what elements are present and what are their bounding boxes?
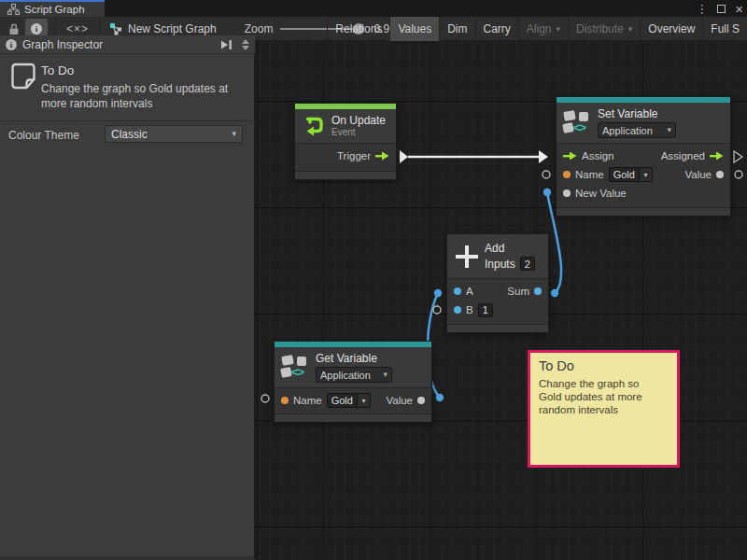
graph-canvas[interactable]: On Update Event Trigger [255, 41, 747, 560]
distribute-dropdown[interactable]: Distribute ▾ [568, 17, 640, 41]
variable-name-dropdown[interactable]: Gold ▾ [609, 167, 653, 182]
chevron-down-icon: ▾ [232, 130, 236, 138]
inputs-label: Inputs [485, 258, 515, 271]
port-indicator-circle [735, 171, 742, 178]
variable-name-dropdown[interactable]: Gold ▾ [327, 393, 371, 408]
node-footer [275, 413, 431, 422]
script-graph-asset-icon [109, 22, 122, 35]
node-header: <> Get Variable Application ▾ [275, 347, 431, 387]
node-ports: A Sum B 1 [447, 278, 548, 324]
chevron-down-icon: ▾ [381, 371, 388, 379]
overview-button[interactable]: Overview [640, 17, 702, 41]
name-port-label: Name [575, 169, 604, 180]
maximize-icon[interactable] [717, 5, 726, 13]
chevron-down-icon: ▾ [665, 126, 671, 134]
note-title: To Do [41, 63, 74, 77]
tab-bar: Script Graph ⋮ × [0, 0, 747, 17]
flow-output-port[interactable] [710, 151, 724, 161]
port-row: Name Gold ▾ Value [275, 391, 431, 410]
node-add[interactable]: Add Inputs 2 A Sum [446, 233, 549, 333]
graph-inspector-title: Graph Inspector [22, 38, 103, 51]
variables-icon: <> [281, 355, 309, 380]
name-input-port[interactable] [563, 171, 571, 178]
port-row: A Sum [447, 282, 548, 301]
flow-input-port[interactable] [563, 151, 577, 161]
align-label: Align [527, 22, 552, 35]
values-label: Values [398, 22, 431, 35]
value-output-port[interactable] [417, 397, 425, 404]
chevron-down-icon: ▾ [628, 25, 633, 34]
node-title: Get Variable [316, 352, 392, 365]
assigned-port-label: Assigned [661, 150, 705, 161]
add-icon [456, 245, 478, 268]
node-get-variable[interactable]: <> Get Variable Application ▾ Name Gold [274, 341, 432, 423]
window-controls: ⋮ × [696, 0, 743, 17]
zoom-label: Zoom [245, 22, 274, 35]
b-input-port[interactable] [454, 306, 461, 314]
info-icon: i [31, 23, 42, 35]
port-indicator-circle [261, 395, 269, 402]
name-port-label: Name [293, 395, 322, 406]
variable-scope-dropdown[interactable]: Application ▾ [598, 122, 676, 138]
trigger-port-label: Trigger [337, 150, 371, 161]
colour-theme-label: Colour Theme [8, 129, 79, 142]
node-on-update[interactable]: On Update Event Trigger [294, 103, 397, 180]
tab-script-graph[interactable]: Script Graph [0, 0, 105, 17]
b-port-label: B [466, 304, 473, 315]
node-footer [447, 324, 548, 332]
carry-button[interactable]: Carry [475, 17, 518, 41]
carry-label: Carry [484, 22, 511, 35]
node-ports: Trigger [295, 143, 396, 171]
chevron-down-icon: ▾ [640, 167, 653, 182]
colour-theme-select[interactable]: Classic ▾ [105, 125, 243, 143]
fullscreen-button[interactable]: Full S [702, 17, 747, 41]
a-port-label: A [466, 286, 473, 297]
a-input-port[interactable] [454, 287, 461, 295]
variable-name-value: Gold [327, 393, 358, 408]
flow-output-port[interactable] [375, 151, 389, 161]
dim-label: Dim [447, 22, 467, 35]
b-value-field[interactable]: 1 [478, 303, 493, 317]
scroll-up-icon[interactable] [242, 39, 249, 44]
sum-output-port[interactable] [534, 287, 542, 295]
variable-scope-dropdown[interactable]: Application ▾ [316, 367, 392, 383]
node-set-variable[interactable]: <> Set Variable Application ▾ Assign [556, 96, 731, 217]
variable-name-value: Gold [609, 167, 640, 182]
sticky-note-title: To Do [539, 358, 669, 373]
dim-button[interactable]: Dim [439, 17, 474, 41]
chevron-down-icon: ▾ [557, 25, 561, 34]
distribute-label: Distribute [576, 22, 624, 35]
inspector-note-section: To Do Change the graph so Gold updates a… [0, 56, 255, 121]
align-dropdown[interactable]: Align ▾ [518, 17, 568, 41]
chevron-down-icon: ▾ [358, 393, 371, 408]
overview-label: Overview [648, 22, 695, 35]
node-ports: Name Gold ▾ Value [275, 387, 431, 413]
node-header: <> Set Variable Application ▾ [557, 103, 730, 143]
port-indicator-triangle [734, 151, 742, 162]
new-value-port-label: New Value [575, 188, 627, 199]
value-port-label: Value [386, 395, 413, 406]
scroll-down-icon[interactable] [242, 46, 249, 50]
values-button[interactable]: Values [389, 17, 439, 41]
more-icon[interactable]: ⋮ [696, 3, 708, 15]
close-icon[interactable]: × [735, 2, 743, 16]
value-output-port[interactable] [716, 171, 724, 178]
port-indicator-circle [433, 306, 441, 314]
connection-endpoint [434, 289, 442, 297]
port-row: New Value [557, 184, 730, 203]
info-icon: i [6, 39, 17, 50]
colour-theme-value: Classic [111, 128, 148, 141]
new-value-input-port[interactable] [563, 189, 571, 197]
update-loop-icon [302, 115, 325, 138]
assign-port-label: Assign [582, 150, 614, 161]
dock-panel-icon[interactable] [220, 39, 233, 50]
panel-scroll-arrows [242, 39, 249, 50]
script-graph-window: Script Graph ⋮ × i <×> [0, 0, 747, 560]
relations-button[interactable]: Relations [327, 17, 389, 41]
node-header: On Update Event [295, 109, 396, 143]
inputs-count-field[interactable]: 2 [520, 257, 535, 271]
name-input-port[interactable] [281, 397, 289, 404]
sticky-note-todo[interactable]: To Do Change the graph so Gold updates a… [528, 350, 680, 468]
variables-icon: <> [563, 110, 591, 135]
node-footer [557, 207, 730, 216]
